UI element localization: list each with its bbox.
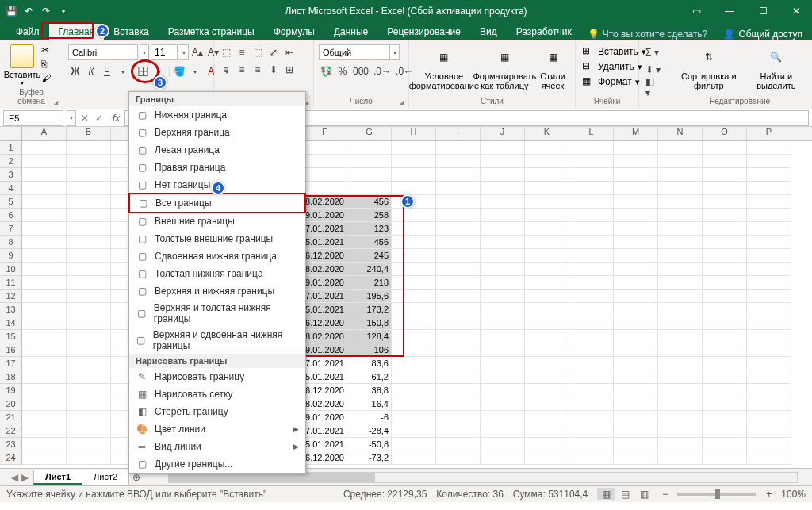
cell[interactable] bbox=[614, 451, 658, 465]
cell[interactable] bbox=[481, 424, 525, 438]
cell[interactable] bbox=[569, 424, 614, 438]
cell[interactable] bbox=[747, 236, 791, 249]
cell[interactable] bbox=[747, 316, 791, 330]
cell[interactable] bbox=[525, 384, 569, 397]
cell[interactable]: 18.02.2020 bbox=[303, 330, 347, 343]
cell[interactable]: 05.01.2021 bbox=[303, 303, 347, 316]
cell[interactable] bbox=[303, 141, 347, 155]
col-header-L[interactable]: L bbox=[569, 127, 614, 140]
cell[interactable] bbox=[703, 155, 747, 168]
cell[interactable]: 38,8 bbox=[347, 384, 392, 397]
col-header-I[interactable]: I bbox=[436, 127, 481, 140]
cell[interactable] bbox=[436, 222, 481, 236]
cell[interactable] bbox=[703, 330, 747, 343]
cell[interactable] bbox=[569, 168, 614, 182]
bold-button[interactable]: Ж bbox=[68, 63, 82, 79]
cell[interactable] bbox=[22, 438, 67, 451]
cell[interactable] bbox=[392, 236, 436, 249]
cell[interactable] bbox=[614, 438, 658, 451]
row-header[interactable]: 18 bbox=[0, 370, 22, 384]
cell[interactable] bbox=[481, 397, 525, 411]
cell[interactable] bbox=[481, 222, 525, 236]
row-header[interactable]: 10 bbox=[0, 263, 22, 276]
cell[interactable] bbox=[525, 424, 569, 438]
cell[interactable] bbox=[67, 168, 111, 182]
cell[interactable] bbox=[747, 141, 791, 155]
cell[interactable] bbox=[703, 195, 747, 209]
borders-draw-item[interactable]: ═Вид линии▶ bbox=[129, 438, 305, 455]
cell[interactable] bbox=[67, 438, 111, 451]
cell[interactable] bbox=[436, 249, 481, 263]
insert-cells-button[interactable]: ⊞Вставить ▾ bbox=[582, 44, 646, 59]
row-header[interactable]: 1 bbox=[0, 141, 22, 155]
cell[interactable] bbox=[614, 249, 658, 263]
cell[interactable]: 83,6 bbox=[347, 357, 392, 370]
cell[interactable]: 18.02.2020 bbox=[303, 195, 347, 209]
font-size-combo[interactable]: 11 bbox=[151, 44, 178, 60]
borders-menu-item[interactable]: ▢Верхняя и нижняя границы bbox=[129, 282, 305, 300]
cell[interactable] bbox=[67, 209, 111, 222]
cell[interactable] bbox=[703, 438, 747, 451]
cell[interactable] bbox=[703, 263, 747, 276]
italic-button[interactable]: К bbox=[84, 63, 98, 79]
font-name-combo[interactable]: Calibri bbox=[68, 44, 138, 60]
cell[interactable] bbox=[658, 182, 703, 195]
cell[interactable] bbox=[67, 357, 111, 370]
cell[interactable] bbox=[67, 236, 111, 249]
cell[interactable] bbox=[569, 249, 614, 263]
col-header-G[interactable]: G bbox=[347, 127, 392, 140]
cell[interactable] bbox=[703, 303, 747, 316]
percent-icon[interactable]: % bbox=[335, 63, 350, 79]
cell[interactable] bbox=[525, 411, 569, 424]
tab-разметка страницы[interactable]: Разметка страницы bbox=[159, 24, 264, 40]
cell[interactable] bbox=[22, 182, 67, 195]
cell[interactable] bbox=[658, 168, 703, 182]
cell[interactable]: 05.01.2021 bbox=[303, 236, 347, 249]
save-icon[interactable]: 💾 bbox=[5, 5, 17, 17]
borders-menu-item[interactable]: ▢Правая граница bbox=[129, 159, 305, 176]
cell[interactable] bbox=[347, 182, 392, 195]
cell[interactable] bbox=[67, 155, 111, 168]
fill-color-dropdown-icon[interactable]: ▾ bbox=[188, 63, 202, 79]
cell[interactable]: -50,8 bbox=[347, 438, 392, 451]
row-header[interactable]: 24 bbox=[0, 451, 22, 465]
cell[interactable] bbox=[569, 411, 614, 424]
cell[interactable] bbox=[481, 236, 525, 249]
merge-icon[interactable]: ⊞ bbox=[282, 62, 297, 78]
cell[interactable] bbox=[22, 411, 67, 424]
page-layout-view-icon[interactable]: ▤ bbox=[616, 488, 634, 500]
cell[interactable] bbox=[436, 182, 481, 195]
cell[interactable] bbox=[392, 357, 436, 370]
normal-view-icon[interactable]: ▦ bbox=[597, 488, 615, 500]
cell[interactable]: 07.01.2021 bbox=[303, 424, 347, 438]
cell[interactable] bbox=[747, 451, 791, 465]
number-format-dropdown-icon[interactable]: ▾ bbox=[390, 44, 400, 60]
cell[interactable] bbox=[658, 209, 703, 222]
cell[interactable]: 19.01.2020 bbox=[303, 411, 347, 424]
sheet-nav-next-icon[interactable]: ▶ bbox=[21, 472, 29, 483]
cell[interactable] bbox=[747, 411, 791, 424]
cell[interactable] bbox=[614, 276, 658, 290]
cell[interactable] bbox=[658, 451, 703, 465]
cell[interactable] bbox=[392, 330, 436, 343]
cell[interactable] bbox=[614, 209, 658, 222]
cell[interactable] bbox=[569, 343, 614, 357]
borders-menu-item[interactable]: ▢Верхняя граница bbox=[129, 124, 305, 141]
cell[interactable] bbox=[658, 236, 703, 249]
name-box-dropdown-icon[interactable]: ▾ bbox=[67, 110, 76, 126]
cell[interactable] bbox=[747, 195, 791, 209]
cell[interactable] bbox=[525, 182, 569, 195]
row-header[interactable]: 23 bbox=[0, 438, 22, 451]
cell[interactable] bbox=[525, 290, 569, 303]
borders-draw-item[interactable]: ◧Стереть границу bbox=[129, 403, 305, 420]
borders-menu-item[interactable]: ▢Сдвоенная нижняя граница bbox=[129, 247, 305, 265]
cell[interactable] bbox=[658, 155, 703, 168]
cell[interactable] bbox=[22, 263, 67, 276]
format-cells-button[interactable]: ▦Формат ▾ bbox=[582, 75, 646, 89]
row-header[interactable]: 13 bbox=[0, 303, 22, 316]
delete-cells-button[interactable]: ⊟Удалить ▾ bbox=[582, 59, 646, 74]
cell[interactable] bbox=[392, 343, 436, 357]
share-button[interactable]: 👤 Общий доступ bbox=[714, 29, 812, 40]
cell[interactable] bbox=[569, 209, 614, 222]
tab-вставка[interactable]: Вставка bbox=[104, 24, 159, 40]
